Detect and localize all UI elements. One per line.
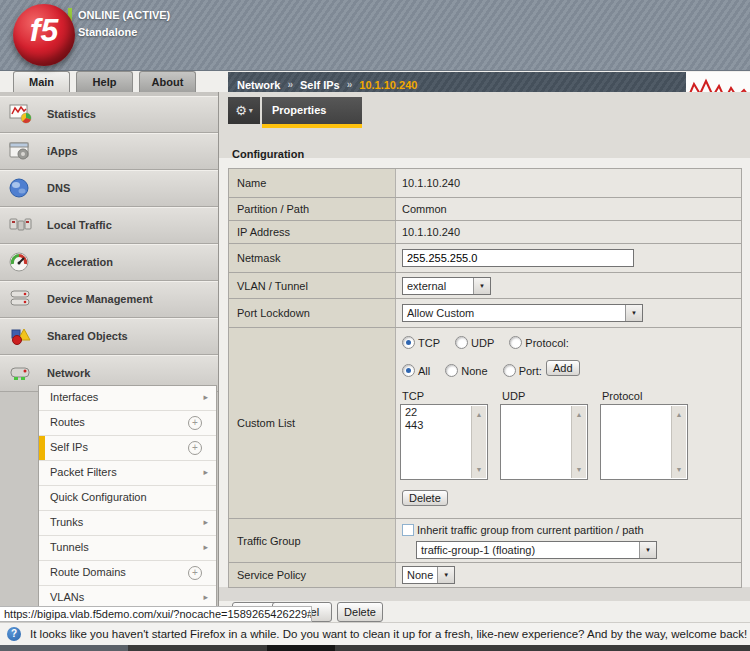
iapps-icon: [9, 141, 35, 161]
status-online-label: ONLINE (ACTIVE): [78, 9, 170, 21]
tab-help[interactable]: Help: [76, 71, 133, 92]
table-footer-band: [219, 587, 750, 601]
name-label: Name: [229, 169, 396, 197]
vlan-tunnel-label: VLAN / Tunnel: [229, 273, 396, 298]
radio-icon: [445, 364, 458, 377]
local-traffic-icon: [9, 215, 35, 235]
sidebar-item-shared-objects[interactable]: Shared Objects: [0, 318, 218, 355]
sidebar-item-device-management[interactable]: Device Management: [0, 281, 218, 318]
submenu-item-self-ips[interactable]: Self IPs +: [39, 436, 216, 461]
acceleration-gauge-icon: [9, 252, 35, 272]
tab-about[interactable]: About: [139, 71, 196, 92]
partition-value: Common: [396, 198, 741, 220]
chevron-right-icon: ▸: [203, 386, 208, 409]
listbox-scrollbar[interactable]: ▲▼: [471, 406, 486, 478]
delete-button[interactable]: Delete: [337, 602, 383, 622]
dns-globe-icon: [9, 178, 35, 198]
vlan-tunnel-select[interactable]: external ▼: [402, 277, 491, 295]
scroll-up-icon[interactable]: ▲: [576, 408, 583, 421]
row-service-policy: Service Policy None ▼: [229, 563, 741, 588]
radio-icon: [503, 364, 516, 377]
breadcrumb-network[interactable]: Network: [237, 79, 280, 91]
list-item[interactable]: 22: [405, 406, 469, 419]
submenu-label: Quick Configuration: [50, 491, 147, 503]
status-standalone-label: Standalone: [78, 26, 137, 38]
submenu-label: Self IPs: [50, 441, 88, 453]
delete-list-item-button[interactable]: Delete: [402, 490, 448, 506]
add-circle-icon[interactable]: +: [188, 441, 202, 455]
submenu-item-quick-configuration[interactable]: Quick Configuration: [39, 486, 216, 511]
submenu-label: Interfaces: [50, 391, 98, 403]
scroll-up-icon[interactable]: ▲: [676, 408, 683, 421]
bottom-strip-segment: [0, 645, 128, 651]
scroll-down-icon[interactable]: ▼: [476, 463, 483, 476]
inherit-checkbox[interactable]: [402, 524, 414, 536]
list-item[interactable]: 443: [405, 419, 469, 432]
submenu-item-interfaces[interactable]: Interfaces ▸: [39, 386, 216, 411]
none-radio[interactable]: None: [445, 365, 487, 377]
ip-address-label: IP Address: [229, 221, 396, 243]
submenu-label: Packet Filters: [50, 466, 117, 478]
tcp-radio[interactable]: TCP: [402, 337, 440, 349]
network-submenu: Interfaces ▸ Routes + Self IPs + Packet …: [38, 385, 217, 611]
all-radio[interactable]: All: [402, 365, 430, 377]
scroll-down-icon[interactable]: ▼: [576, 463, 583, 476]
inherit-traffic-group-option[interactable]: Inherit traffic group from current parti…: [402, 524, 644, 536]
port-lockdown-select[interactable]: Allow Custom ▼: [402, 304, 643, 322]
custom-list-label: Custom List: [229, 328, 396, 518]
service-policy-select[interactable]: None ▼: [402, 566, 455, 584]
submenu-item-routes[interactable]: Routes +: [39, 411, 216, 436]
listbox-scrollbar[interactable]: ▲▼: [671, 406, 686, 478]
sidebar-item-local-traffic[interactable]: Local Traffic: [0, 207, 218, 244]
tab-properties[interactable]: Properties: [262, 97, 362, 124]
tab-main[interactable]: Main: [13, 71, 70, 92]
traffic-group-select[interactable]: traffic-group-1 (floating) ▼: [416, 541, 657, 559]
scroll-down-icon[interactable]: ▼: [676, 463, 683, 476]
scroll-up-icon[interactable]: ▲: [476, 408, 483, 421]
device-management-icon: [9, 289, 35, 309]
sidebar-item-iapps[interactable]: iApps: [0, 133, 218, 170]
browser-notification-bar: ? It looks like you haven't started Fire…: [0, 622, 750, 645]
inherit-checkbox-label: Inherit traffic group from current parti…: [417, 524, 644, 536]
listbox-scrollbar[interactable]: ▲▼: [571, 406, 586, 478]
sidebar-item-label: Network: [47, 367, 90, 379]
section-title-configuration: Configuration: [232, 148, 304, 160]
partition-label: Partition / Path: [229, 198, 396, 220]
submenu-item-tunnels[interactable]: Tunnels ▸: [39, 536, 216, 561]
udp-listbox[interactable]: ▲▼: [500, 404, 588, 480]
tcp-listbox[interactable]: 22 443 ▲▼: [400, 404, 488, 480]
service-policy-selected-value: None: [403, 569, 437, 581]
dropdown-arrow-icon: ▼: [437, 567, 454, 583]
udp-column-header: UDP: [502, 390, 525, 402]
configuration-table: Name 10.1.10.240 Partition / Path Common…: [228, 168, 742, 588]
sidebar-item-statistics[interactable]: Statistics: [0, 96, 218, 133]
submenu-item-route-domains[interactable]: Route Domains +: [39, 561, 216, 586]
port-radio[interactable]: Port:: [503, 365, 542, 377]
add-circle-icon[interactable]: +: [188, 416, 202, 430]
radio-icon: [509, 336, 522, 349]
protocol-column-header: Protocol: [602, 390, 642, 402]
sidebar-item-acceleration[interactable]: Acceleration: [0, 244, 218, 281]
tcp-column-header: TCP: [402, 390, 424, 402]
radio-selected-icon: [402, 364, 415, 377]
sidebar-item-dns[interactable]: DNS: [0, 170, 218, 207]
bottom-chrome-strip: [0, 645, 750, 651]
row-netmask: Netmask: [229, 244, 741, 273]
submenu-item-trunks[interactable]: Trunks ▸: [39, 511, 216, 536]
breadcrumb-self-ips[interactable]: Self IPs: [300, 79, 340, 91]
sidebar-item-label: Acceleration: [47, 256, 113, 268]
protocol-listbox[interactable]: ▲▼: [600, 404, 688, 480]
netmask-input[interactable]: [402, 249, 634, 267]
sidebar-item-label: Local Traffic: [47, 219, 112, 231]
page-menu-button[interactable]: ⚙ ▾: [228, 97, 260, 124]
chevron-right-icon: ▸: [203, 511, 208, 534]
breadcrumb-current: 10.1.10.240: [359, 79, 417, 91]
submenu-label: Tunnels: [50, 541, 89, 553]
submenu-item-packet-filters[interactable]: Packet Filters ▸: [39, 461, 216, 486]
add-button[interactable]: Add: [546, 360, 580, 376]
protocol-radio[interactable]: Protocol:: [509, 337, 568, 349]
row-name: Name 10.1.10.240: [229, 169, 741, 198]
udp-radio[interactable]: UDP: [455, 337, 494, 349]
add-circle-icon[interactable]: +: [188, 566, 202, 580]
notification-message: It looks like you haven't started Firefo…: [30, 628, 747, 640]
